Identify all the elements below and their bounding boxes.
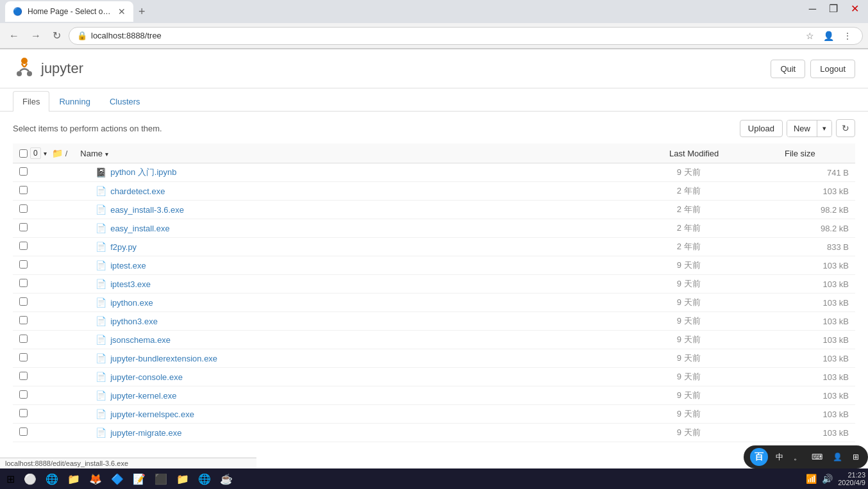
row-modified-cell: 9 天前 [575, 349, 706, 368]
file-link[interactable]: 📄 easy_install-3.6.exe [96, 204, 569, 215]
maximize-button[interactable]: ❐ [825, 1, 842, 16]
ime-keyboard[interactable]: ⌨ [809, 451, 825, 463]
table-row: 📄 iptest.exe 9 天前 103 kB [13, 256, 855, 275]
file-link[interactable]: 📄 chardetect.exe [96, 186, 569, 196]
quit-button[interactable]: Quit [771, 60, 805, 78]
row-checkbox[interactable] [19, 279, 28, 287]
file-link[interactable]: 📄 jupyter-kernel.exe [96, 390, 569, 401]
row-checkbox[interactable] [19, 260, 28, 269]
upload-button[interactable]: Upload [740, 120, 783, 137]
chrome-button[interactable]: 🌐 [194, 472, 215, 486]
file-link[interactable]: 📓 python 入门.ipynb [96, 167, 569, 178]
row-checkbox-cell [13, 405, 89, 424]
row-checkbox[interactable] [19, 316, 28, 324]
select-all-checkbox[interactable] [19, 149, 28, 158]
table-row: 📄 easy_install.exe 2 年前 98.2 kB [13, 219, 855, 238]
row-checkbox[interactable] [19, 204, 28, 213]
refresh-button[interactable]: ↻ [836, 119, 855, 137]
row-checkbox[interactable] [19, 186, 28, 194]
row-checkbox[interactable] [19, 223, 28, 231]
tab-running[interactable]: Running [49, 91, 99, 112]
firefox-button[interactable]: 🦊 [85, 472, 106, 486]
file-link[interactable]: 📄 jupyter-console.exe [96, 372, 569, 382]
row-modified-cell: 9 天前 [575, 312, 706, 331]
terminal-button[interactable]: ⬛ [151, 472, 171, 486]
row-checkbox[interactable] [19, 297, 28, 306]
row-modified-cell: 9 天前 [575, 424, 706, 442]
row-name-cell: 📄 iptest.exe [89, 256, 575, 275]
folder-taskbar-button[interactable]: 📁 [172, 472, 193, 486]
file-name: jupyter-console.exe [110, 372, 183, 382]
close-button[interactable]: ✕ [847, 1, 863, 16]
file-link[interactable]: 📄 iptest.exe [96, 260, 569, 270]
back-button[interactable]: ← [5, 29, 23, 43]
file-size: 103 kB [823, 186, 849, 196]
menu-button[interactable]: ⋮ [840, 29, 855, 42]
row-size-cell: 103 kB [707, 256, 855, 275]
minimize-button[interactable]: ─ [805, 1, 820, 16]
ime-person[interactable]: 👤 [830, 451, 845, 463]
jupyter-logo-icon [13, 57, 36, 80]
reload-button[interactable]: ↻ [49, 28, 65, 43]
forward-button[interactable]: → [27, 29, 45, 43]
tab-files[interactable]: Files [13, 91, 49, 112]
ime-punct[interactable]: 。 [791, 451, 804, 464]
bookmark-button[interactable]: ☆ [803, 29, 817, 42]
row-modified-cell: 2 年前 [575, 238, 706, 256]
account-button[interactable]: 👤 [821, 29, 837, 42]
row-size-cell: 103 kB [707, 424, 855, 442]
file-link[interactable]: 📄 jupyter-bundlerextension.exe [96, 353, 569, 363]
ime-bar: 百 中 。 ⌨ 👤 ⊞ [744, 445, 868, 468]
cortana-button[interactable]: 🌐 [42, 472, 62, 486]
row-modified-cell: 9 天前 [575, 386, 706, 405]
table-row: 📄 iptest3.exe 9 天前 103 kB [13, 275, 855, 294]
file-link[interactable]: 📄 easy_install.exe [96, 223, 569, 233]
ime-grid[interactable]: ⊞ [850, 451, 862, 463]
file-icon: 📄 [96, 353, 106, 363]
file-link[interactable]: 📄 jsonschema.exe [96, 335, 569, 345]
file-explorer-taskbar-button[interactable]: 📁 [63, 472, 84, 486]
file-link[interactable]: 📄 f2py.py [96, 242, 569, 252]
name-column-header[interactable]: Name ▾ [74, 144, 663, 163]
modified-column-header[interactable]: Last Modified [663, 144, 778, 163]
row-size-cell: 103 kB [707, 349, 855, 368]
new-button-dropdown[interactable]: ▾ [817, 121, 831, 136]
word-button[interactable]: 📝 [129, 472, 149, 486]
file-link[interactable]: 📄 jupyter-migrate.exe [96, 427, 569, 438]
row-checkbox[interactable] [19, 353, 28, 361]
table-row: 📄 ipython3.exe 9 天前 103 kB [13, 312, 855, 331]
row-name-cell: 📓 python 入门.ipynb [89, 163, 575, 182]
new-tab-button[interactable]: + [133, 4, 151, 20]
search-taskbar-icon: ⚪ [24, 474, 37, 485]
row-modified-cell: 9 天前 [575, 256, 706, 275]
new-button-main[interactable]: New [787, 120, 817, 137]
row-checkbox[interactable] [19, 427, 28, 436]
browser-tab[interactable]: 🔵 Home Page - Select or create ✕ [5, 1, 133, 22]
file-link[interactable]: 📄 iptest3.exe [96, 279, 569, 289]
size-column-header[interactable]: File size [778, 144, 855, 163]
edge-button[interactable]: 🔷 [107, 472, 128, 486]
file-modified: 9 天前 [677, 409, 701, 419]
file-link[interactable]: 📄 jupyter-kernelspec.exe [96, 409, 569, 419]
row-checkbox[interactable] [19, 167, 28, 176]
row-checkbox[interactable] [19, 242, 28, 250]
row-checkbox[interactable] [19, 409, 28, 417]
row-checkbox-cell [13, 424, 89, 442]
tab-clusters[interactable]: Clusters [100, 91, 150, 112]
extra-app-button[interactable]: ☕ [216, 472, 237, 486]
tab-close-button[interactable]: ✕ [118, 7, 126, 16]
file-link[interactable]: 📄 ipython3.exe [96, 316, 569, 326]
search-button[interactable]: ⚪ [20, 472, 40, 486]
file-link[interactable]: 📄 ipython.exe [96, 297, 569, 308]
row-name-cell: 📄 iptest3.exe [89, 275, 575, 294]
row-checkbox[interactable] [19, 335, 28, 343]
row-checkbox-cell [13, 275, 89, 294]
ime-chinese[interactable]: 中 [773, 451, 786, 464]
select-dropdown-arrow[interactable]: ▾ [44, 150, 47, 157]
file-modified: 9 天前 [677, 279, 701, 288]
file-modified: 9 天前 [677, 427, 701, 437]
start-button[interactable]: ⊞ [3, 472, 19, 486]
row-checkbox[interactable] [19, 390, 28, 399]
logout-button[interactable]: Logout [810, 60, 855, 78]
row-checkbox[interactable] [19, 372, 28, 380]
